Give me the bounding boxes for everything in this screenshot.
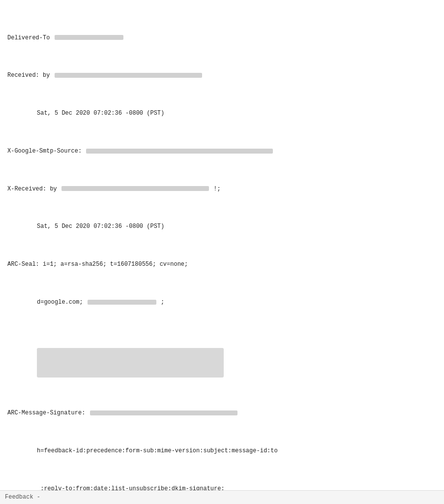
footer-label: Feedback - [5, 493, 40, 502]
header-received-by: Received: by [7, 71, 437, 80]
header-x-google-smtp: X-Google-Smtp-Source: [7, 147, 437, 156]
header-arc-seal: ARC-Seal: i=1; a=rsa-sha256; t=160718055… [7, 260, 437, 269]
header-arc-message-sig: ARC-Message-Signature: [7, 409, 437, 418]
header-delivered-to: Delivered-To [7, 33, 437, 43]
header-received-date: Sat, 5 Dec 2020 07:02:36 -0800 (PST) [7, 109, 437, 118]
header-arc-seal-domain: d=google.com; ; [7, 298, 437, 307]
redacted-block-1 [37, 348, 224, 378]
footer-bar: Feedback - [0, 490, 444, 504]
header-arc-msg-h1: h=feedback-id:precedence:form-sub:mime-v… [7, 446, 437, 456]
header-x-received: X-Received: by !; [7, 185, 437, 194]
email-header-content: Delivered-To Received: by Sat, 5 Dec 202… [7, 5, 437, 504]
header-x-received-date: Sat, 5 Dec 2020 07:02:36 -0800 (PST) [7, 222, 437, 231]
